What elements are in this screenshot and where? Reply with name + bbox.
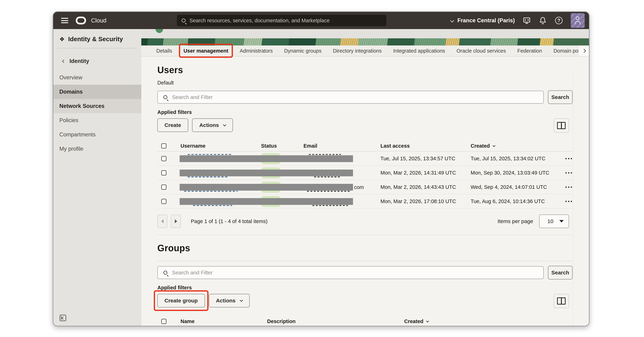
items-per-page-label: Items per page (498, 218, 533, 224)
global-search-input[interactable]: Search resources, services, documentatio… (177, 15, 386, 26)
domain-avatar-fragment (156, 29, 163, 33)
select-all-checkbox[interactable] (161, 143, 166, 149)
person-icon (576, 17, 579, 20)
sidebar-item-domains[interactable]: Domains (53, 85, 141, 99)
oracle-logo-icon (76, 17, 86, 25)
created-value: Wed, Sep 4, 2024, 14:07:01 UTC (470, 184, 563, 190)
col-status: Status (261, 143, 304, 149)
sidebar-item-network-sources[interactable]: Network Sources (53, 99, 141, 113)
row-checkbox[interactable] (161, 170, 166, 175)
groups-search-input[interactable]: Search and Filter (157, 266, 544, 279)
browser-window: Cloud Search resources, services, docume… (53, 12, 590, 326)
redaction-bar (180, 170, 353, 176)
help-icon[interactable]: ? (555, 17, 563, 25)
region-selector[interactable]: France Central (Paris) (451, 17, 515, 24)
sort-chevron-icon (426, 319, 429, 322)
tab-oracle-cloud-services[interactable]: Oracle cloud services (456, 48, 506, 54)
tab-federation[interactable]: Federation (517, 48, 542, 54)
topbar-right-cluster: France Central (Paris) ? (451, 12, 585, 29)
select-all-checkbox[interactable] (161, 319, 166, 324)
search-icon (182, 19, 186, 23)
created-value: Mon, Sep 30, 2024, 13:03:49 UTC (470, 170, 563, 176)
sidebar-item-compartments[interactable]: Compartments (53, 128, 141, 142)
row-actions-menu[interactable] (565, 169, 572, 176)
users-table: Username Status Email Last access Create… (157, 141, 572, 209)
last-access-value: Tue, Jul 15, 2025, 13:34:57 UTC (380, 156, 470, 162)
sort-chevron-icon (493, 144, 496, 147)
redacted-text-fragment (188, 154, 232, 155)
sidebar-collapse-icon[interactable] (60, 315, 66, 321)
users-actions-button[interactable]: Actions (192, 118, 233, 132)
sidebar-back-identity[interactable]: Identity (53, 58, 141, 64)
users-search-button[interactable]: Search (548, 90, 572, 104)
redacted-text-fragment (193, 205, 232, 206)
col-created-sort[interactable]: Created (404, 318, 572, 324)
table-row: Mon, Mar 2, 2026, 17:08:10 UTC Tue, Aug … (157, 194, 572, 209)
row-actions-menu[interactable] (565, 198, 572, 205)
users-pagination: Page 1 of 1 (1 - 4 of 4 total items) Ite… (157, 215, 572, 235)
redaction-bar (180, 184, 353, 191)
col-username: Username (180, 143, 261, 149)
tab-user-management[interactable]: User management (184, 48, 228, 54)
row-checkbox[interactable] (161, 185, 166, 190)
users-column-settings-button[interactable] (554, 118, 569, 133)
users-title: Users (157, 65, 572, 75)
redaction-bar (180, 155, 353, 162)
cloud-shell-icon[interactable] (523, 17, 531, 25)
last-access-value: Mon, Mar 2, 2026, 17:08:10 UTC (380, 198, 470, 204)
items-per-page-select[interactable]: 10 (539, 214, 569, 228)
groups-applied-filters-label: Applied filters (157, 285, 572, 291)
tab-details[interactable]: Details (156, 48, 172, 54)
users-search-input[interactable]: Search and Filter (157, 91, 544, 104)
top-bar: Cloud Search resources, services, docume… (53, 12, 589, 29)
col-created: Created (404, 318, 424, 324)
chevron-down-icon (450, 19, 454, 22)
groups-search-button[interactable]: Search (548, 266, 572, 279)
sidebar-nav: Overview Domains Network Sources Policie… (53, 71, 141, 156)
tab-directory-integrations[interactable]: Directory integrations (333, 48, 382, 54)
redacted-text-fragment (188, 177, 229, 177)
created-value: Tue, Jul 15, 2025, 13:34:02 UTC (470, 156, 563, 162)
col-name: Name (180, 318, 267, 324)
row-actions-menu[interactable] (565, 183, 572, 191)
col-email: Email (304, 143, 380, 149)
users-applied-filters-label: Applied filters (157, 109, 572, 115)
search-icon (164, 271, 167, 275)
sidebar-item-overview[interactable]: Overview (53, 71, 141, 85)
col-created-sort[interactable]: Created (470, 143, 563, 149)
tab-scroll-right-button[interactable] (578, 46, 589, 56)
page-info: Page 1 of 1 (1 - 4 of 4 total items) (191, 218, 268, 224)
create-group-button[interactable]: Create group (157, 294, 205, 307)
table-row: Mon, Mar 2, 2026, 14:43:43 UTC Wed, Sep … (157, 180, 572, 194)
hamburger-menu-icon[interactable] (61, 18, 68, 23)
search-icon (164, 95, 167, 99)
last-access-value: Mon, Mar 2, 2026, 14:43:43 UTC (380, 184, 470, 190)
sidebar-divider (57, 48, 138, 48)
sidebar-back-label: Identity (70, 58, 89, 64)
groups-actions-label: Actions (216, 297, 236, 304)
groups-column-settings-button[interactable] (554, 294, 569, 308)
arrow-right-icon (175, 219, 177, 223)
table-row: Tue, Jul 15, 2025, 13:34:57 UTC Tue, Jul… (157, 152, 572, 166)
notifications-bell-icon[interactable] (539, 17, 547, 25)
global-search-placeholder: Search resources, services, documentatio… (190, 18, 330, 24)
tab-dynamic-groups[interactable]: Dynamic groups (284, 48, 322, 54)
groups-title: Groups (157, 243, 572, 253)
sidebar-item-my-profile[interactable]: My profile (53, 142, 141, 156)
groups-actions-button[interactable]: Actions (209, 294, 250, 307)
create-button[interactable]: Create (157, 118, 188, 132)
next-page-button[interactable] (171, 215, 181, 228)
tab-administrators[interactable]: Administrators (240, 48, 273, 54)
row-actions-menu[interactable] (565, 155, 572, 162)
columns-icon (557, 122, 566, 129)
page-header-strip (141, 29, 589, 38)
tab-integrated-applications[interactable]: Integrated applications (393, 48, 445, 54)
redacted-text-fragment (314, 177, 341, 177)
main-content: Details User management Administrators D… (141, 29, 589, 326)
sidebar-item-policies[interactable]: Policies (53, 113, 141, 128)
tab-user-management-label: User management (184, 48, 228, 54)
row-checkbox[interactable] (161, 156, 166, 161)
row-checkbox[interactable] (161, 199, 166, 204)
prev-page-button[interactable] (157, 215, 167, 228)
user-avatar[interactable] (571, 13, 585, 28)
